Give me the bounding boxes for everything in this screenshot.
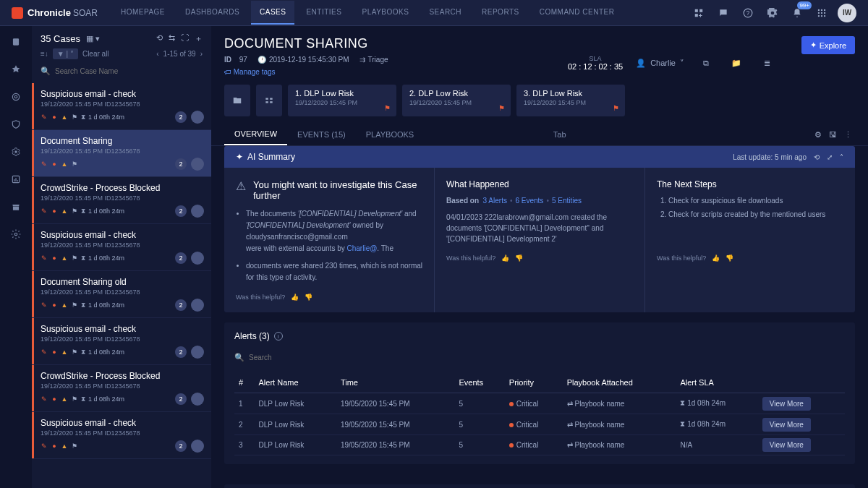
- gear-icon[interactable]: [764, 4, 781, 22]
- sidebar-settings-icon[interactable]: [7, 226, 25, 243]
- thumb-down-icon[interactable]: 👎: [305, 294, 312, 301]
- pager-next[interactable]: ›: [200, 50, 203, 58]
- help-icon[interactable]: ?: [739, 4, 757, 22]
- nav-homepage[interactable]: HOMEPAGE: [112, 1, 174, 25]
- alert-row[interactable]: 3 DLP Low Risk 19/05/2020 15:45 PM 5 Cri…: [234, 435, 845, 455]
- case-item[interactable]: Suspicious email - check 19/12/2020 15:4…: [32, 412, 211, 459]
- summary-col-steps: The Next Steps Check for suspicious file…: [645, 168, 855, 312]
- col-events[interactable]: Events: [454, 372, 504, 393]
- explore-button[interactable]: ✦Explore: [801, 36, 855, 54]
- view-toggle-icon[interactable]: ▦ ▾: [86, 34, 100, 43]
- case-item-avatar: [191, 205, 204, 218]
- view-more-button[interactable]: View More: [762, 397, 811, 411]
- alerts-search-input[interactable]: [249, 354, 845, 361]
- pager-prev[interactable]: ‹: [156, 50, 158, 58]
- refresh-icon[interactable]: ⟲: [156, 33, 163, 44]
- alert-row[interactable]: 1 DLP Low Risk 19/05/2020 15:45 PM 5 Cri…: [234, 393, 845, 414]
- subtab-overview[interactable]: OVERVIEW: [224, 124, 287, 145]
- filter-icon[interactable]: ▼ | ˅: [53, 48, 78, 59]
- manage-tags[interactable]: 🏷 Manage tags: [224, 68, 388, 76]
- nav-playbooks[interactable]: PLAYBOOKS: [353, 1, 417, 25]
- info-icon[interactable]: i: [274, 332, 283, 341]
- case-item[interactable]: CrowdStrike - Process Blocked 19/12/2020…: [32, 177, 211, 224]
- sidebar-store-icon[interactable]: [7, 198, 25, 215]
- cell-events[interactable]: 5: [454, 435, 504, 455]
- alert-tab-1[interactable]: 1. DLP Low Risk 19/12/2020 15:45 PM ⚑: [288, 85, 396, 116]
- sidebar-target-icon[interactable]: [7, 88, 25, 106]
- case-item[interactable]: Suspicious email - check 19/12/2020 15:4…: [32, 318, 211, 365]
- subtab-events[interactable]: EVENTS (15): [287, 124, 356, 145]
- alert-tab-folder-icon[interactable]: [224, 85, 250, 116]
- case-item-icons: ✎ ● ▲ ⚑ ⧗1 d 08h 24m: [41, 301, 124, 309]
- col-name[interactable]: Alert Name: [255, 372, 336, 393]
- nav-dashboards[interactable]: DASHBOARDS: [176, 1, 248, 25]
- thumb-up-icon[interactable]: 👍: [501, 254, 509, 262]
- thumb-up-icon[interactable]: 👍: [712, 254, 720, 262]
- settings-icon[interactable]: ⚙: [814, 130, 822, 140]
- dot-icon: ●: [51, 207, 58, 215]
- nav-command-center[interactable]: COMMAND CENTER: [531, 1, 624, 25]
- nav-search[interactable]: SEARCH: [420, 1, 470, 25]
- sync-icon[interactable]: ⇆: [169, 33, 175, 44]
- add-icon[interactable]: ＋: [195, 33, 203, 44]
- refresh-icon[interactable]: ⟲: [814, 153, 820, 161]
- cell-events[interactable]: 5: [454, 393, 504, 414]
- alert-tab-grid-icon[interactable]: [256, 85, 282, 116]
- collapse-icon[interactable]: ˄: [840, 153, 843, 161]
- apps-icon[interactable]: [813, 4, 830, 22]
- warning-icon: ⚠: [236, 179, 246, 193]
- save-icon[interactable]: 🖫: [829, 130, 837, 139]
- cell-events[interactable]: 5: [454, 414, 504, 435]
- cell-priority: Critical: [505, 414, 563, 435]
- sidebar-pin-icon[interactable]: [7, 61, 25, 78]
- col-num[interactable]: #: [234, 372, 255, 393]
- nav-reports[interactable]: REPORTS: [473, 1, 528, 25]
- assignee-select[interactable]: 👤 Charlie ˅: [636, 59, 684, 68]
- view-more-button[interactable]: View More: [762, 418, 811, 432]
- chat-icon[interactable]: [715, 4, 732, 22]
- case-item[interactable]: CrowdStrike - Process Blocked 19/12/2020…: [32, 365, 211, 412]
- user-avatar[interactable]: IW: [838, 4, 856, 22]
- what-text: 04/01/2023 222larabrown@gmail.com create…: [446, 212, 633, 244]
- grid-add-icon[interactable]: [690, 4, 707, 22]
- expand-icon[interactable]: ⤢: [827, 153, 833, 161]
- subtab-playbooks[interactable]: PLAYBOOKS: [356, 124, 424, 145]
- sidebar-shield-icon[interactable]: [7, 116, 25, 133]
- sidebar-chart-icon[interactable]: [7, 171, 25, 188]
- sort-icon[interactable]: ≡↓: [41, 50, 48, 58]
- brand[interactable]: Chronicle SOAR: [12, 7, 98, 19]
- folder-icon[interactable]: 📁: [728, 54, 745, 72]
- col-time[interactable]: Time: [336, 372, 455, 393]
- case-item[interactable]: Document Sharing old 19/12/2020 15:45 PM…: [32, 271, 211, 318]
- summary-bullet: The documents '[CONFIDENTIAL] Developmen…: [246, 208, 422, 254]
- alert-tab-3[interactable]: 3. DLP Low Risk 19/12/2020 15:45 PM ⚑: [516, 85, 625, 116]
- nav-cases[interactable]: CASES: [251, 1, 294, 25]
- col-playbook[interactable]: Playbook Attached: [563, 372, 676, 393]
- case-item-avatar: [191, 440, 204, 453]
- subtab-tab[interactable]: Tab: [543, 124, 576, 145]
- alert-tab-2[interactable]: 2. DLP Low Risk 19/12/2020 15:45 PM ⚑: [402, 85, 511, 116]
- col-sla[interactable]: Alert SLA: [676, 372, 757, 393]
- thumb-up-icon[interactable]: 👍: [291, 294, 299, 301]
- clear-all[interactable]: Clear all: [82, 50, 109, 58]
- thumb-down-icon[interactable]: 👎: [515, 254, 523, 262]
- case-search-input[interactable]: [55, 67, 203, 75]
- case-item[interactable]: Suspicious email - check 19/12/2020 15:4…: [32, 83, 211, 130]
- nav-entities[interactable]: ENTITIES: [297, 1, 350, 25]
- case-item[interactable]: Document Sharing 19/12/2020 15:45 PM ID1…: [32, 130, 211, 177]
- copy-icon[interactable]: ⧉: [697, 54, 715, 72]
- col-priority[interactable]: Priority: [505, 372, 563, 393]
- sidebar-case-icon[interactable]: [7, 33, 25, 51]
- warning-icon: ▲: [61, 442, 68, 450]
- expand-icon[interactable]: ⛶: [181, 33, 189, 44]
- bell-icon[interactable]: [788, 4, 806, 22]
- list-icon[interactable]: ≣: [758, 54, 775, 72]
- alert-row[interactable]: 2 DLP Low Risk 19/05/2020 15:45 PM 5 Cri…: [234, 414, 845, 435]
- case-item-count: 2: [175, 299, 187, 311]
- thumb-down-icon[interactable]: 👎: [726, 254, 733, 262]
- case-item[interactable]: Suspicious email - check 19/12/2020 15:4…: [32, 224, 211, 271]
- pencil-icon: ✎: [41, 114, 48, 121]
- more-icon[interactable]: ⋮: [844, 130, 852, 140]
- sidebar-gear-icon[interactable]: [7, 143, 25, 160]
- view-more-button[interactable]: View More: [762, 438, 811, 452]
